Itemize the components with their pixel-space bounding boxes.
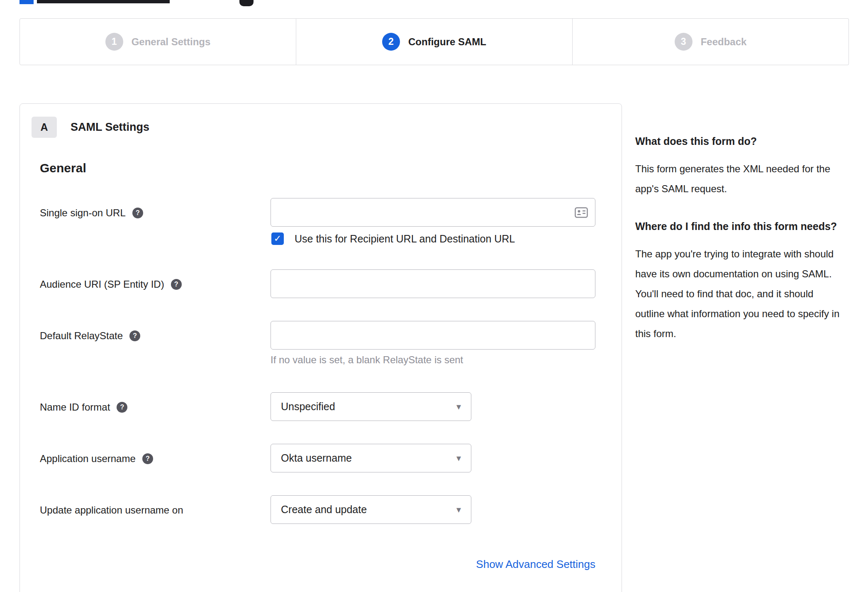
- name-id-format-value: Unspecified: [281, 401, 335, 413]
- app-username-label: Application username ?: [40, 452, 153, 465]
- help-section-2-body: The app you're trying to integrate with …: [635, 244, 845, 344]
- name-id-format-help-icon[interactable]: ?: [117, 402, 127, 413]
- sso-url-input-wrap: [271, 198, 595, 227]
- app-username-value: Okta username: [281, 452, 352, 464]
- relay-state-label: Default RelayState ?: [40, 329, 140, 342]
- section-a-badge: A: [32, 117, 57, 138]
- audience-uri-help-icon[interactable]: ?: [171, 279, 182, 290]
- page-title-fragment: [37, 0, 170, 3]
- audience-uri-label: Audience URI (SP Entity ID) ?: [40, 278, 182, 291]
- audience-uri-input[interactable]: [271, 269, 595, 298]
- sso-url-label: Single sign-on URL ?: [40, 206, 143, 220]
- help-section-2-title: Where do I find the info this form needs…: [635, 217, 845, 236]
- relay-state-input-wrap: [271, 321, 595, 350]
- step-2-label: Configure SAML: [408, 36, 486, 48]
- show-advanced-settings-link[interactable]: Show Advanced Settings: [271, 558, 595, 571]
- name-id-format-select[interactable]: Unspecified ▾: [271, 392, 471, 421]
- sso-checkbox-row: ✓ Use this for Recipient URL and Destina…: [271, 232, 515, 245]
- checkmark-icon: ✓: [274, 234, 281, 243]
- update-app-username-value: Create and update: [281, 504, 367, 516]
- sso-url-help-icon[interactable]: ?: [132, 208, 143, 218]
- wizard-stepper: 1 General Settings 2 Configure SAML 3 Fe…: [20, 18, 849, 65]
- update-app-username-label: Update application username on: [40, 504, 183, 517]
- relay-state-help-icon[interactable]: ?: [129, 330, 140, 341]
- recipient-url-checkbox[interactable]: ✓: [271, 232, 284, 245]
- step-3-circle: 3: [675, 33, 692, 51]
- step-configure-saml[interactable]: 2 Configure SAML: [296, 18, 573, 65]
- step-3-label: Feedback: [701, 36, 747, 48]
- step-2-circle: 2: [382, 33, 400, 51]
- card-header: A SAML Settings: [32, 117, 149, 138]
- sso-url-input[interactable]: [271, 198, 595, 227]
- card-title: SAML Settings: [71, 121, 149, 134]
- audience-uri-input-wrap: [271, 269, 595, 298]
- update-app-username-select[interactable]: Create and update ▾: [271, 495, 471, 524]
- step-feedback[interactable]: 3 Feedback: [573, 18, 849, 65]
- relay-state-hint: If no value is set, a blank RelayState i…: [271, 354, 463, 366]
- general-group-title: General: [40, 161, 86, 175]
- help-section-1-body: This form generates the XML needed for t…: [635, 159, 845, 199]
- help-section-1-title: What does this form do?: [635, 132, 845, 151]
- app-username-select[interactable]: Okta username ▾: [271, 444, 471, 472]
- recipient-url-checkbox-label[interactable]: Use this for Recipient URL and Destinati…: [295, 233, 515, 245]
- step-1-label: General Settings: [132, 36, 211, 48]
- chevron-down-icon: ▾: [456, 401, 461, 412]
- contact-card-icon[interactable]: [575, 207, 588, 220]
- chevron-down-icon: ▾: [456, 453, 461, 464]
- logo-fragment: [20, 0, 34, 4]
- name-id-format-label: Name ID format ?: [40, 401, 127, 414]
- saml-settings-card: A SAML Settings General Single sign-on U…: [20, 103, 622, 592]
- chevron-down-icon: ▾: [456, 504, 461, 515]
- help-sidebar: What does this form do? This form genera…: [635, 132, 845, 362]
- app-username-help-icon[interactable]: ?: [142, 453, 153, 464]
- relay-state-input[interactable]: [271, 321, 595, 350]
- step-1-circle: 1: [105, 33, 123, 51]
- header-icon-fragment: [239, 0, 254, 6]
- step-general-settings[interactable]: 1 General Settings: [20, 18, 296, 65]
